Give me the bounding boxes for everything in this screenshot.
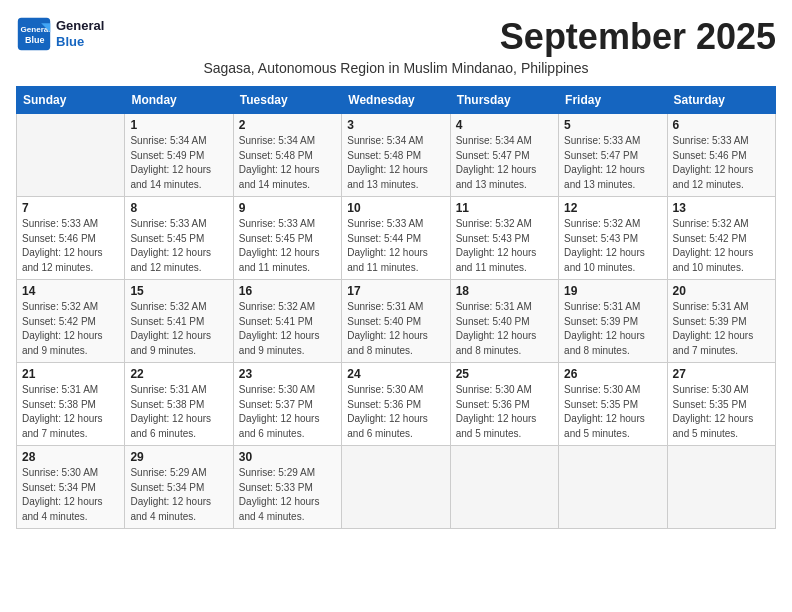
day-info: Sunrise: 5:30 AM Sunset: 5:34 PM Dayligh… [22, 466, 119, 524]
month-year-title: September 2025 [500, 16, 776, 58]
day-number: 4 [456, 118, 553, 132]
general-blue-logo-icon: General Blue [16, 16, 52, 52]
calendar-cell: 8Sunrise: 5:33 AM Sunset: 5:45 PM Daylig… [125, 197, 233, 280]
calendar-cell: 5Sunrise: 5:33 AM Sunset: 5:47 PM Daylig… [559, 114, 667, 197]
calendar-cell: 17Sunrise: 5:31 AM Sunset: 5:40 PM Dayli… [342, 280, 450, 363]
calendar-cell: 3Sunrise: 5:34 AM Sunset: 5:48 PM Daylig… [342, 114, 450, 197]
day-info: Sunrise: 5:34 AM Sunset: 5:48 PM Dayligh… [347, 134, 444, 192]
day-number: 8 [130, 201, 227, 215]
calendar-cell: 25Sunrise: 5:30 AM Sunset: 5:36 PM Dayli… [450, 363, 558, 446]
day-number: 21 [22, 367, 119, 381]
day-number: 27 [673, 367, 770, 381]
week-row-2: 7Sunrise: 5:33 AM Sunset: 5:46 PM Daylig… [17, 197, 776, 280]
day-info: Sunrise: 5:33 AM Sunset: 5:45 PM Dayligh… [239, 217, 336, 275]
day-number: 14 [22, 284, 119, 298]
calendar-cell: 24Sunrise: 5:30 AM Sunset: 5:36 PM Dayli… [342, 363, 450, 446]
calendar-cell: 23Sunrise: 5:30 AM Sunset: 5:37 PM Dayli… [233, 363, 341, 446]
logo-text: General Blue [56, 18, 104, 49]
day-info: Sunrise: 5:31 AM Sunset: 5:38 PM Dayligh… [130, 383, 227, 441]
day-info: Sunrise: 5:33 AM Sunset: 5:45 PM Dayligh… [130, 217, 227, 275]
logo-blue-text: Blue [56, 34, 84, 49]
week-row-4: 21Sunrise: 5:31 AM Sunset: 5:38 PM Dayli… [17, 363, 776, 446]
calendar-cell: 26Sunrise: 5:30 AM Sunset: 5:35 PM Dayli… [559, 363, 667, 446]
week-row-5: 28Sunrise: 5:30 AM Sunset: 5:34 PM Dayli… [17, 446, 776, 529]
day-number: 3 [347, 118, 444, 132]
calendar-cell: 22Sunrise: 5:31 AM Sunset: 5:38 PM Dayli… [125, 363, 233, 446]
day-info: Sunrise: 5:32 AM Sunset: 5:42 PM Dayligh… [22, 300, 119, 358]
day-number: 13 [673, 201, 770, 215]
day-number: 29 [130, 450, 227, 464]
day-number: 12 [564, 201, 661, 215]
calendar-cell: 18Sunrise: 5:31 AM Sunset: 5:40 PM Dayli… [450, 280, 558, 363]
logo: General Blue General Blue [16, 16, 104, 52]
day-number: 23 [239, 367, 336, 381]
calendar-cell: 9Sunrise: 5:33 AM Sunset: 5:45 PM Daylig… [233, 197, 341, 280]
calendar-cell: 29Sunrise: 5:29 AM Sunset: 5:34 PM Dayli… [125, 446, 233, 529]
day-number: 9 [239, 201, 336, 215]
calendar-cell [342, 446, 450, 529]
day-number: 20 [673, 284, 770, 298]
calendar-cell: 21Sunrise: 5:31 AM Sunset: 5:38 PM Dayli… [17, 363, 125, 446]
day-info: Sunrise: 5:30 AM Sunset: 5:35 PM Dayligh… [673, 383, 770, 441]
day-number: 2 [239, 118, 336, 132]
day-info: Sunrise: 5:33 AM Sunset: 5:47 PM Dayligh… [564, 134, 661, 192]
col-header-sunday: Sunday [17, 87, 125, 114]
day-number: 18 [456, 284, 553, 298]
calendar-cell: 1Sunrise: 5:34 AM Sunset: 5:49 PM Daylig… [125, 114, 233, 197]
col-header-thursday: Thursday [450, 87, 558, 114]
col-header-friday: Friday [559, 87, 667, 114]
col-header-wednesday: Wednesday [342, 87, 450, 114]
day-number: 25 [456, 367, 553, 381]
day-info: Sunrise: 5:30 AM Sunset: 5:36 PM Dayligh… [456, 383, 553, 441]
day-number: 26 [564, 367, 661, 381]
col-header-tuesday: Tuesday [233, 87, 341, 114]
day-number: 7 [22, 201, 119, 215]
calendar-cell: 30Sunrise: 5:29 AM Sunset: 5:33 PM Dayli… [233, 446, 341, 529]
day-info: Sunrise: 5:29 AM Sunset: 5:33 PM Dayligh… [239, 466, 336, 524]
day-info: Sunrise: 5:34 AM Sunset: 5:47 PM Dayligh… [456, 134, 553, 192]
day-info: Sunrise: 5:30 AM Sunset: 5:37 PM Dayligh… [239, 383, 336, 441]
day-number: 10 [347, 201, 444, 215]
day-info: Sunrise: 5:31 AM Sunset: 5:39 PM Dayligh… [673, 300, 770, 358]
calendar-table: SundayMondayTuesdayWednesdayThursdayFrid… [16, 86, 776, 529]
day-info: Sunrise: 5:33 AM Sunset: 5:46 PM Dayligh… [22, 217, 119, 275]
calendar-cell: 16Sunrise: 5:32 AM Sunset: 5:41 PM Dayli… [233, 280, 341, 363]
day-info: Sunrise: 5:34 AM Sunset: 5:49 PM Dayligh… [130, 134, 227, 192]
day-info: Sunrise: 5:34 AM Sunset: 5:48 PM Dayligh… [239, 134, 336, 192]
day-number: 19 [564, 284, 661, 298]
calendar-cell: 10Sunrise: 5:33 AM Sunset: 5:44 PM Dayli… [342, 197, 450, 280]
calendar-cell: 4Sunrise: 5:34 AM Sunset: 5:47 PM Daylig… [450, 114, 558, 197]
calendar-cell: 6Sunrise: 5:33 AM Sunset: 5:46 PM Daylig… [667, 114, 775, 197]
day-info: Sunrise: 5:32 AM Sunset: 5:41 PM Dayligh… [239, 300, 336, 358]
calendar-cell: 14Sunrise: 5:32 AM Sunset: 5:42 PM Dayli… [17, 280, 125, 363]
day-info: Sunrise: 5:33 AM Sunset: 5:46 PM Dayligh… [673, 134, 770, 192]
calendar-cell: 19Sunrise: 5:31 AM Sunset: 5:39 PM Dayli… [559, 280, 667, 363]
calendar-cell [559, 446, 667, 529]
day-number: 17 [347, 284, 444, 298]
calendar-cell [667, 446, 775, 529]
day-info: Sunrise: 5:30 AM Sunset: 5:35 PM Dayligh… [564, 383, 661, 441]
day-info: Sunrise: 5:31 AM Sunset: 5:40 PM Dayligh… [456, 300, 553, 358]
day-info: Sunrise: 5:29 AM Sunset: 5:34 PM Dayligh… [130, 466, 227, 524]
day-number: 24 [347, 367, 444, 381]
calendar-cell [17, 114, 125, 197]
day-info: Sunrise: 5:33 AM Sunset: 5:44 PM Dayligh… [347, 217, 444, 275]
day-number: 1 [130, 118, 227, 132]
day-info: Sunrise: 5:31 AM Sunset: 5:38 PM Dayligh… [22, 383, 119, 441]
calendar-cell: 27Sunrise: 5:30 AM Sunset: 5:35 PM Dayli… [667, 363, 775, 446]
calendar-cell: 20Sunrise: 5:31 AM Sunset: 5:39 PM Dayli… [667, 280, 775, 363]
week-row-1: 1Sunrise: 5:34 AM Sunset: 5:49 PM Daylig… [17, 114, 776, 197]
day-number: 11 [456, 201, 553, 215]
col-header-saturday: Saturday [667, 87, 775, 114]
col-header-monday: Monday [125, 87, 233, 114]
day-number: 15 [130, 284, 227, 298]
day-number: 22 [130, 367, 227, 381]
calendar-cell: 7Sunrise: 5:33 AM Sunset: 5:46 PM Daylig… [17, 197, 125, 280]
day-info: Sunrise: 5:32 AM Sunset: 5:43 PM Dayligh… [564, 217, 661, 275]
day-info: Sunrise: 5:31 AM Sunset: 5:39 PM Dayligh… [564, 300, 661, 358]
day-number: 30 [239, 450, 336, 464]
calendar-cell: 11Sunrise: 5:32 AM Sunset: 5:43 PM Dayli… [450, 197, 558, 280]
day-info: Sunrise: 5:30 AM Sunset: 5:36 PM Dayligh… [347, 383, 444, 441]
day-number: 28 [22, 450, 119, 464]
day-number: 16 [239, 284, 336, 298]
